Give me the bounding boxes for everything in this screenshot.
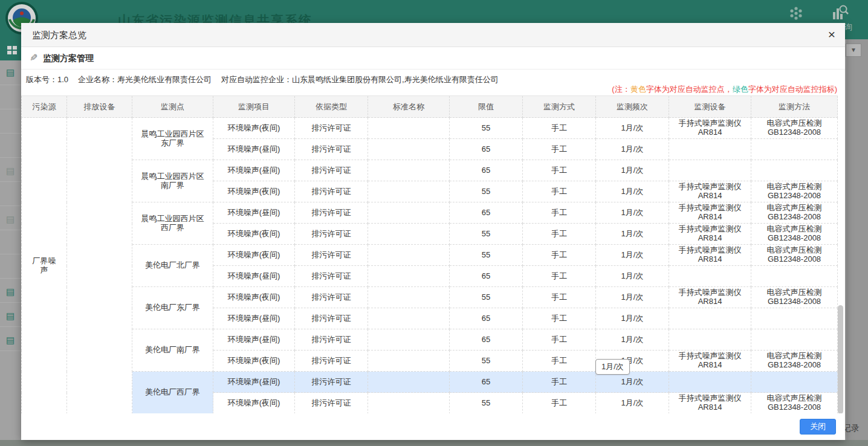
info-area: 版本号：1.0企业名称：寿光美伦纸业有限责任公司对应自动监控企业：山东晨鸣纸业集…: [21, 69, 845, 95]
project-cell: 环境噪声(夜间): [213, 224, 295, 245]
frequency-cell: 1月/次: [596, 266, 669, 287]
mode-cell: 手工: [523, 266, 596, 287]
frequency-cell: 1月/次: [596, 139, 669, 160]
device-cell: 手持式噪声监测仪 AR814: [669, 245, 751, 266]
standard-name-cell: [368, 351, 450, 372]
limit-cell: 55: [450, 245, 523, 266]
method-cell: [751, 139, 838, 160]
device-cell: [669, 329, 751, 351]
device-cell: 手持式噪声监测仪 AR814: [669, 287, 751, 308]
version-label: 版本号：: [26, 75, 57, 84]
frequency-cell: 1月/次: [596, 308, 669, 329]
mode-cell: 手工: [523, 351, 596, 372]
section-title: 监测方案管理: [43, 53, 94, 64]
device-cell: 手持式噪声监测仪 AR814: [669, 118, 751, 139]
limit-cell: 65: [450, 266, 523, 287]
monitoring-plan-overview-modal: 监测方案总览 × ✎ 监测方案管理 版本号：1.0企业名称：寿光美伦纸业有限责任…: [21, 23, 845, 440]
section-header: ✎ 监测方案管理: [21, 47, 845, 69]
basis-type-cell: 排污许可证: [295, 351, 368, 372]
frequency-cell: 1月/次: [596, 329, 669, 351]
limit-cell: 65: [450, 139, 523, 160]
table-row[interactable]: 美伦电厂西厂界环境噪声(昼间)排污许可证65手工1月/次: [22, 372, 838, 393]
device-cell: 手持式噪声监测仪 AR814: [669, 393, 751, 414]
standard-name-cell: [368, 372, 450, 393]
method-cell: 电容式声压检测 GB12348-2008: [751, 393, 838, 414]
project-cell: 环境噪声(夜间): [213, 245, 295, 266]
project-cell: 环境噪声(昼间): [213, 139, 295, 160]
scrollbar-thumb[interactable]: [838, 305, 843, 414]
basis-type-cell: 排污许可证: [295, 329, 368, 351]
modal-title: 监测方案总览: [32, 30, 86, 41]
frequency-cell: 1月/次: [596, 202, 669, 224]
method-cell: [751, 160, 838, 181]
column-header: 监测方式: [523, 96, 596, 118]
version-info: 版本号：1.0企业名称：寿光美伦纸业有限责任公司对应自动监控企业：山东晨鸣纸业集…: [26, 74, 499, 85]
table-row[interactable]: 厂界噪 声晨鸣工业园西片区 东厂界环境噪声(夜间)排污许可证55手工1月/次手持…: [22, 118, 838, 139]
standard-name-cell: [368, 202, 450, 224]
standard-name-cell: [368, 181, 450, 202]
frequency-cell: 1月/次: [596, 181, 669, 202]
table-row[interactable]: 美伦电厂北厂界环境噪声(夜间)排污许可证55手工1月/次手持式噪声监测仪 AR8…: [22, 245, 838, 266]
method-cell: 电容式声压检测 GB12348-2008: [751, 351, 838, 372]
standard-name-cell: [368, 160, 450, 181]
basis-type-cell: 排污许可证: [295, 266, 368, 287]
monitoring-point-cell: 美伦电厂西厂界: [132, 372, 213, 414]
method-cell: [751, 372, 838, 393]
method-cell: 电容式声压检测 GB12348-2008: [751, 118, 838, 139]
page: 山东省污染源监测信息共享系统 询: [0, 0, 868, 446]
mode-cell: 手工: [523, 245, 596, 266]
column-header: 依据类型: [295, 96, 368, 118]
frequency-cell: 1月/次: [596, 393, 669, 414]
limit-cell: 55: [450, 224, 523, 245]
frequency-cell: 1月/次: [596, 224, 669, 245]
limit-cell: 55: [450, 181, 523, 202]
method-cell: 电容式声压检测 GB12348-2008: [751, 202, 838, 224]
pen-icon: ✎: [30, 52, 37, 63]
table-header-row: 污染源排放设备监测点监测项目依据类型标准名称限值监测方式监测频次监测设备监测方法: [22, 96, 838, 118]
column-header: 标准名称: [368, 96, 450, 118]
column-header: 监测方法: [751, 96, 838, 118]
table-row[interactable]: 美伦电厂东厂界环境噪声(夜间)排污许可证55手工1月/次手持式噪声监测仪 AR8…: [22, 287, 838, 308]
mode-cell: 手工: [523, 139, 596, 160]
mode-cell: 手工: [523, 329, 596, 351]
close-button[interactable]: 关闭: [800, 419, 836, 435]
table-row[interactable]: 美伦电厂南厂界环境噪声(昼间)排污许可证65手工1月/次: [22, 329, 838, 351]
limit-cell: 65: [450, 329, 523, 351]
auto-company-value: 山东晨鸣纸业集团股份有限公司,寿光美伦纸业有限责任公司: [292, 75, 499, 84]
method-cell: 电容式声压检测 GB12348-2008: [751, 181, 838, 202]
column-header: 监测设备: [669, 96, 751, 118]
mode-cell: 手工: [523, 393, 596, 414]
column-header: 监测点: [132, 96, 213, 118]
basis-type-cell: 排污许可证: [295, 245, 368, 266]
standard-name-cell: [368, 266, 450, 287]
standard-name-cell: [368, 118, 450, 139]
standard-name-cell: [368, 393, 450, 414]
column-header: 污染源: [22, 96, 67, 118]
monitoring-point-cell: 晨鸣工业园西片区 西厂界: [132, 202, 213, 245]
table-row[interactable]: 晨鸣工业园西片区 南厂界环境噪声(昼间)排污许可证65手工1月/次: [22, 160, 838, 181]
project-cell: 环境噪声(夜间): [213, 181, 295, 202]
close-icon[interactable]: ×: [828, 28, 835, 40]
limit-cell: 65: [450, 372, 523, 393]
mode-cell: 手工: [523, 224, 596, 245]
modal-title-bar: 监测方案总览 ×: [21, 23, 845, 47]
basis-type-cell: 排污许可证: [295, 139, 368, 160]
standard-name-cell: [368, 245, 450, 266]
frequency-cell: 1月/次: [596, 160, 669, 181]
frequency-cell: 1月/次: [596, 245, 669, 266]
basis-type-cell: 排污许可证: [295, 287, 368, 308]
standard-name-cell: [368, 224, 450, 245]
project-cell: 环境噪声(夜间): [213, 118, 295, 139]
mode-cell: 手工: [523, 160, 596, 181]
standard-name-cell: [368, 329, 450, 351]
monitoring-point-cell: 晨鸣工业园西片区 东厂界: [132, 118, 213, 160]
basis-type-cell: 排污许可证: [295, 372, 368, 393]
basis-type-cell: 排污许可证: [295, 393, 368, 414]
mode-cell: 手工: [523, 287, 596, 308]
project-cell: 环境噪声(昼间): [213, 372, 295, 393]
monitoring-point-cell: 美伦电厂南厂界: [132, 329, 213, 372]
device-cell: [669, 160, 751, 181]
table-row[interactable]: 晨鸣工业园西片区 西厂界环境噪声(昼间)排污许可证65手工1月/次手持式噪声监测…: [22, 202, 838, 224]
project-cell: 环境噪声(昼间): [213, 308, 295, 329]
project-cell: 环境噪声(夜间): [213, 393, 295, 414]
